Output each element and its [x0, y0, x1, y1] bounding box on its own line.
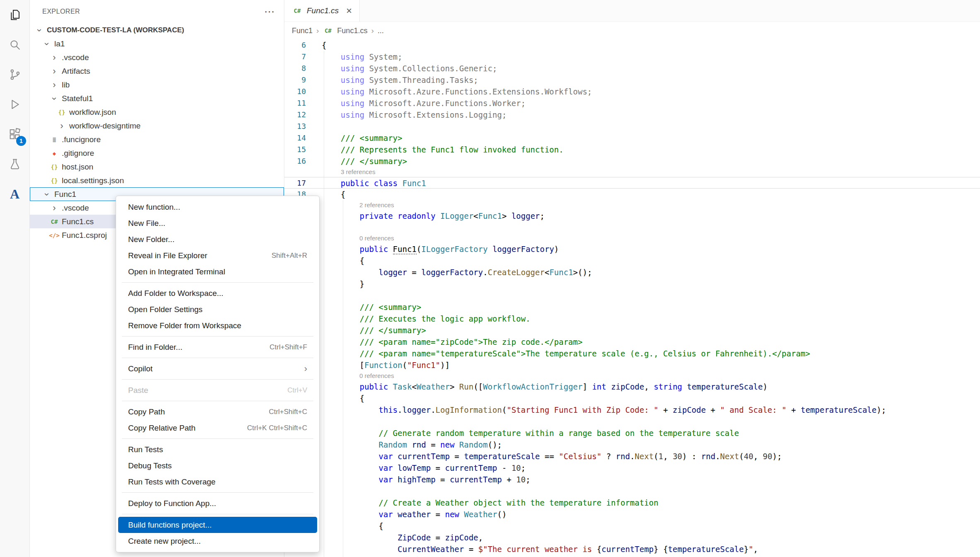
menu-item-new-folder[interactable]: New Folder...: [118, 231, 317, 247]
menu-item-reveal-in-file-explorer[interactable]: Reveal in File ExplorerShift+Alt+R: [118, 247, 317, 264]
code-line[interactable]: 13: [284, 121, 980, 132]
breadcrumb-symbol[interactable]: ...: [378, 27, 384, 35]
code-line[interactable]: 10 using Microsoft.Azure.Functions.Exten…: [284, 86, 980, 97]
code-line[interactable]: 28 /// </summary>: [284, 325, 980, 336]
code-line[interactable]: 32 public Task<Weather> Run([WorkflowAct…: [284, 381, 980, 392]
code-line[interactable]: 39 var lowTemp = currentTemp - 10;: [284, 462, 980, 474]
code-line[interactable]: 34 this.logger.LogInformation("Starting …: [284, 404, 980, 416]
codelens-label[interactable]: 0 references: [359, 371, 394, 381]
menu-item-create-new-project[interactable]: Create new project...: [118, 533, 317, 549]
menu-item-build-functions-project[interactable]: Build functions project...: [118, 517, 317, 533]
more-actions-icon[interactable]: ⋯: [264, 6, 275, 17]
codelens-label[interactable]: 2 references: [359, 200, 394, 210]
extensions-icon[interactable]: 1: [0, 119, 29, 149]
code-line[interactable]: 44 {: [284, 520, 980, 532]
code-line[interactable]: 31 [Function("Func1")]: [284, 359, 980, 371]
code-line[interactable]: 9 using System.Threading.Tasks;: [284, 74, 980, 86]
code-line[interactable]: 40 var highTemp = currentTemp + 10;: [284, 474, 980, 485]
code-line[interactable]: 25: [284, 290, 980, 301]
tab-func1cs[interactable]: C# Func1.cs ×: [284, 0, 360, 22]
tree-item-gitignore[interactable]: ◆.gitignore: [30, 146, 284, 160]
code-line-text: [322, 121, 980, 132]
menu-item-find-in-folder[interactable]: Find in Folder...Ctrl+Shift+F: [118, 339, 317, 355]
code-line[interactable]: 6{: [284, 39, 980, 51]
code-line[interactable]: 27 /// Executes the logic app workflow.: [284, 313, 980, 325]
code-editor[interactable]: 6{7 using System;8 using System.Collecti…: [284, 39, 980, 557]
explorer-icon[interactable]: [0, 0, 29, 30]
azure-logicapps-icon[interactable]: A: [0, 179, 29, 209]
code-line[interactable]: 19 private readonly ILogger<Func1> logge…: [284, 210, 980, 222]
code-line[interactable]: 30 /// <param name="temperatureScale">Th…: [284, 348, 980, 359]
menu-item-new-function[interactable]: New function...: [118, 199, 317, 215]
menu-item-debug-tests[interactable]: Debug Tests: [118, 458, 317, 474]
code-line[interactable]: 23 logger = loggerFactory.CreateLogger<F…: [284, 266, 980, 278]
code-line[interactable]: 14 /// <summary>: [284, 132, 980, 144]
source-control-icon[interactable]: [0, 60, 29, 90]
tree-item-funcignore[interactable]: ≣.funcignore: [30, 133, 284, 146]
testing-icon[interactable]: [0, 149, 29, 179]
tree-item-stateful1[interactable]: ›Stateful1: [30, 92, 284, 105]
code-line[interactable]: 24 }: [284, 278, 980, 290]
code-line[interactable]: 29 /// <param name="zipCode">The zip cod…: [284, 336, 980, 348]
menu-item-copy-path[interactable]: Copy PathCtrl+Shift+C: [118, 404, 317, 420]
code-line[interactable]: 12 using Microsoft.Extensions.Logging;: [284, 109, 980, 121]
breadcrumb-file[interactable]: Func1.cs: [337, 27, 367, 35]
tree-item-vscode[interactable]: ›.vscode: [30, 51, 284, 64]
codelens-label[interactable]: 3 references: [341, 167, 375, 177]
search-icon[interactable]: [0, 30, 29, 60]
code-line[interactable]: 35: [284, 416, 980, 427]
menu-item-open-in-integrated-terminal[interactable]: Open in Integrated Terminal: [118, 264, 317, 280]
code-line[interactable]: 22 {: [284, 255, 980, 266]
code-line[interactable]: 37 Random rnd = new Random();: [284, 439, 980, 450]
code-line[interactable]: 42 // Create a Weather object with the t…: [284, 497, 980, 509]
menu-item-add-folder-to-workspace[interactable]: Add Folder to Workspace...: [118, 285, 317, 301]
code-line[interactable]: 45 ZipCode = zipCode,: [284, 532, 980, 543]
line-number: 8: [284, 63, 306, 74]
tree-item-artifacts[interactable]: ›Artifacts: [30, 64, 284, 78]
menu-item-copy-relative-path[interactable]: Copy Relative PathCtrl+K Ctrl+Shift+C: [118, 420, 317, 436]
menu-item-deploy-to-function-app[interactable]: Deploy to Function App...: [118, 495, 317, 511]
menu-item-remove-folder-from-workspace[interactable]: Remove Folder from Workspace: [118, 317, 317, 334]
code-line[interactable]: 18 {: [284, 189, 980, 200]
menu-item-copilot[interactable]: Copilot›: [118, 361, 317, 377]
menu-item-new-file[interactable]: New File...: [118, 215, 317, 231]
code-line[interactable]: 16 /// </summary>: [284, 155, 980, 167]
code-line[interactable]: 38 var currentTemp = temperatureScale ==…: [284, 450, 980, 462]
run-debug-icon[interactable]: [0, 90, 29, 119]
code-line[interactable]: 33 {: [284, 392, 980, 404]
tree-item-lib[interactable]: ›lib: [30, 78, 284, 92]
menu-item-open-folder-settings[interactable]: Open Folder Settings: [118, 301, 317, 317]
codelens[interactable]: 3 references: [284, 167, 980, 177]
code-line-text: /// <param name="zipCode">The zip code.<…: [322, 336, 980, 348]
code-line[interactable]: 26 /// <summary>: [284, 301, 980, 313]
code-line[interactable]: 17 public class Func1: [284, 177, 980, 189]
codelens[interactable]: 2 references: [284, 200, 980, 210]
codelens[interactable]: 0 references: [284, 233, 980, 243]
tree-item-la1[interactable]: ›la1: [30, 37, 284, 51]
codelens[interactable]: 0 references: [284, 371, 980, 381]
code-line[interactable]: 8 using System.Collections.Generic;: [284, 63, 980, 74]
gutter: [306, 177, 322, 188]
code-line[interactable]: 20: [284, 222, 980, 233]
code-line[interactable]: 7 using System;: [284, 51, 980, 63]
codelens-label[interactable]: 0 references: [359, 233, 394, 243]
code-line[interactable]: 46 CurrentWeather = $"The current weathe…: [284, 543, 980, 555]
code-line[interactable]: 15 /// Represents the Func1 flow invoked…: [284, 144, 980, 155]
code-line[interactable]: 21 public Func1(ILoggerFactory loggerFac…: [284, 243, 980, 255]
tree-item-workflow-json[interactable]: {}workflow.json: [30, 105, 284, 119]
tree-item-workflow-designtime[interactable]: ›workflow-designtime: [30, 119, 284, 133]
tree-item-local-settings-json[interactable]: {}local.settings.json: [30, 174, 284, 187]
code-line[interactable]: 36 // Generate random temperature within…: [284, 427, 980, 439]
menu-item-run-tests[interactable]: Run Tests: [118, 441, 317, 458]
breadcrumb-folder[interactable]: Func1: [292, 27, 313, 35]
tree-item-label: Func1: [54, 190, 76, 199]
tree-item-custom-code-test-la-workspace[interactable]: ›CUSTOM-CODE-TEST-LA (WORKSPACE): [30, 23, 284, 37]
menu-item-run-tests-with-coverage[interactable]: Run Tests with Coverage: [118, 474, 317, 490]
menu-item-label: Reveal in File Explorer: [128, 251, 272, 260]
code-line[interactable]: 43 var weather = new Weather(): [284, 509, 980, 520]
code-line[interactable]: 11 using Microsoft.Azure.Functions.Worke…: [284, 97, 980, 109]
code-line-text: /// <summary>: [322, 132, 980, 144]
close-icon[interactable]: ×: [346, 6, 352, 16]
tree-item-host-json[interactable]: {}host.json: [30, 160, 284, 174]
code-line[interactable]: 41: [284, 485, 980, 497]
